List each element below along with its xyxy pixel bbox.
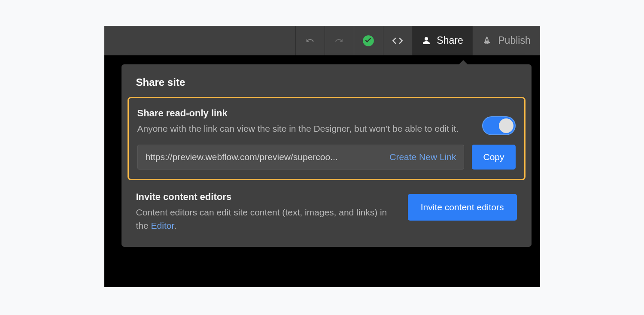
share-link-field[interactable]: https://preview.webflow.com/preview/supe…	[137, 145, 465, 170]
share-button[interactable]: Share	[412, 26, 472, 55]
publish-label: Publish	[498, 35, 530, 46]
invite-editors-section: Invite content editors Content editors c…	[122, 186, 532, 247]
undo-button[interactable]	[295, 26, 325, 55]
share-label: Share	[437, 35, 463, 46]
share-link-url: https://preview.webflow.com/preview/supe…	[146, 152, 386, 162]
editor-link[interactable]: Editor	[151, 221, 174, 230]
svg-point-1	[425, 37, 428, 40]
rocket-icon	[482, 35, 492, 46]
check-circle-icon	[362, 35, 374, 47]
share-readonly-toggle[interactable]	[482, 116, 516, 135]
background-strip	[345, 266, 532, 287]
panel-arrow	[458, 60, 468, 65]
create-new-link[interactable]: Create New Link	[389, 152, 456, 162]
undo-icon	[305, 36, 315, 46]
app-window: Share Publish Share site Share read-only…	[104, 26, 540, 287]
invite-editors-title: Invite content editors	[136, 191, 395, 203]
redo-button[interactable]	[325, 26, 354, 55]
code-icon	[391, 34, 404, 47]
share-readonly-section: Share read-only link Anyone with the lin…	[128, 97, 526, 180]
redo-icon	[334, 36, 344, 46]
share-panel: Share site Share read-only link Anyone w…	[122, 64, 532, 247]
top-toolbar: Share Publish	[104, 26, 540, 55]
share-readonly-description: Anyone with the link can view the site i…	[137, 122, 474, 135]
toggle-knob	[499, 118, 513, 133]
custom-code-button[interactable]	[383, 26, 412, 55]
person-icon	[421, 36, 431, 46]
copy-button[interactable]: Copy	[472, 145, 515, 170]
panel-title: Share site	[122, 64, 532, 97]
invite-editors-description: Content editors can edit site content (t…	[136, 206, 395, 232]
share-readonly-title: Share read-only link	[137, 108, 474, 119]
publish-button[interactable]: Publish	[472, 26, 540, 55]
invite-editors-button[interactable]: Invite content editors	[408, 194, 517, 221]
status-check-button[interactable]	[354, 26, 383, 55]
